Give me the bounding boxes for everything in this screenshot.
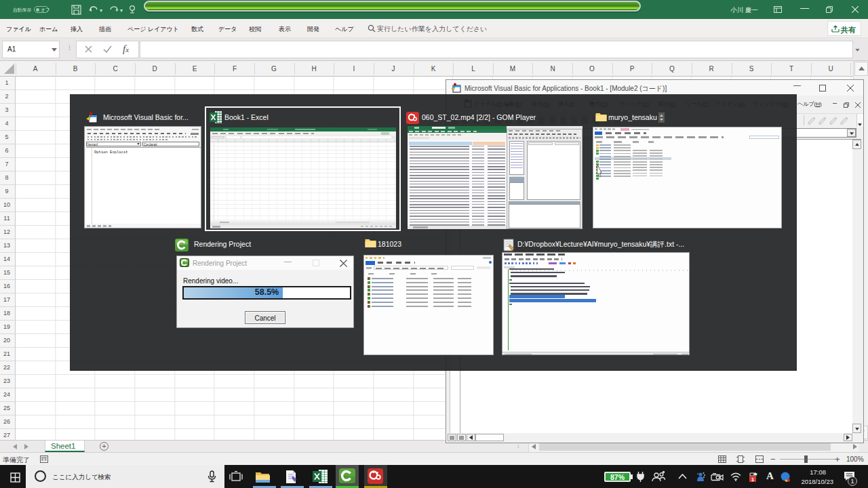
- svg-text:1: 1: [751, 476, 755, 483]
